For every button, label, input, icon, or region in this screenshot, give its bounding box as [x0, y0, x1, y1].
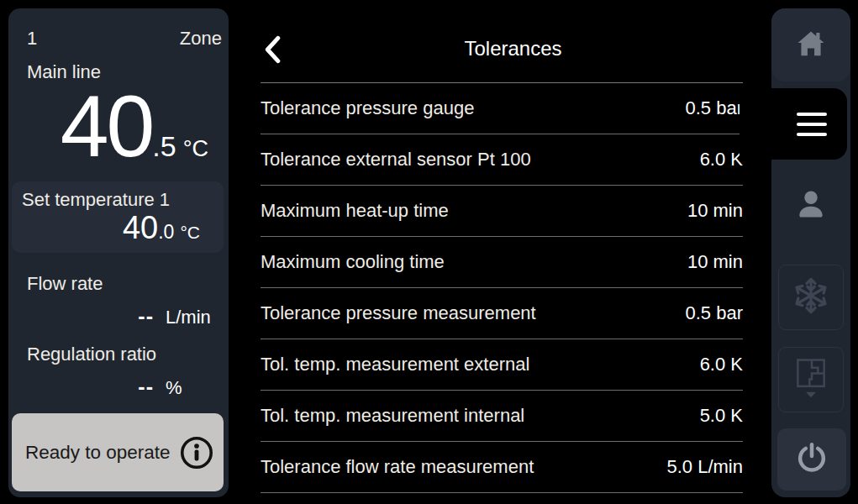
flow-rate-unit: L/min [166, 307, 211, 328]
menu-icon [797, 113, 827, 136]
user-icon [793, 186, 829, 225]
tolerance-row[interactable]: Tol. temp. measurement internal 5.0 K [261, 391, 743, 442]
row-label: Tol. temp. measurement external [261, 354, 529, 375]
set-temp-decimal: .0 [158, 223, 174, 242]
row-value: 0.5 bar [686, 97, 744, 119]
tolerances-list: Tolerance pressure gauge 0.5 bar Toleran… [261, 83, 743, 493]
sidebar-item-menu[interactable] [740, 88, 847, 160]
row-value: 6.0 K [700, 354, 743, 375]
row-label: Tolerance pressure measurement [261, 302, 536, 324]
tolerance-row[interactable]: Maximum cooling time 10 min [261, 237, 743, 288]
tolerance-row[interactable]: Tolerance pressure measurement 0.5 bar [261, 288, 743, 339]
set-temperature-card[interactable]: Set temperature 1 40 .0 °C [12, 181, 224, 253]
status-label: Ready to operate [25, 442, 171, 464]
flow-rate-label: Flow rate [27, 273, 103, 295]
main-temp-decimal: .5 [152, 132, 176, 160]
tolerance-row[interactable]: Tolerance pressure gauge 0.5 bar [261, 83, 743, 134]
regulation-ratio-unit: % [166, 377, 182, 399]
hmi-screen: 1 Zone Main line 40 .5 °C Set temperatur… [0, 0, 858, 504]
zone-title: Zone [180, 28, 222, 50]
flow-rate-value: -- [138, 304, 154, 328]
row-value: 5.0 K [700, 405, 743, 427]
zone-panel: 1 Zone Main line 40 .5 °C Set temperatur… [8, 8, 229, 497]
sidebar [771, 8, 850, 497]
info-icon [179, 435, 214, 470]
zone-number: 1 [27, 28, 37, 50]
regulation-ratio-label: Regulation ratio [27, 344, 156, 365]
home-icon [795, 29, 827, 62]
row-value: 5.0 L/min [667, 456, 744, 478]
tolerance-row[interactable]: Tol. temp. measurement external 6.0 K [261, 339, 743, 391]
sidebar-item-cooling[interactable] [778, 265, 844, 330]
row-label: Maximum cooling time [261, 251, 445, 273]
sidebar-item-user[interactable] [771, 164, 850, 248]
page-title: Tolerances [244, 37, 761, 60]
tolerance-row[interactable]: Tolerance external sensor Pt 100 6.0 K [261, 134, 743, 186]
mold-icon [794, 356, 828, 403]
row-label: Maximum heat-up time [261, 200, 449, 222]
regulation-ratio-value: -- [138, 375, 154, 399]
snowflake-icon [792, 276, 830, 318]
tolerance-row[interactable]: Tolerance flow rate measurement 5.0 L/mi… [261, 442, 743, 493]
row-value: 0.5 bar [686, 302, 744, 324]
sidebar-item-power[interactable] [777, 428, 846, 491]
sidebar-item-mold[interactable] [778, 347, 844, 412]
row-label: Tolerance pressure gauge [261, 97, 474, 119]
set-temp-unit: °C [180, 223, 200, 241]
row-value: 10 min [687, 200, 743, 222]
row-label: Tolerance external sensor Pt 100 [261, 149, 531, 171]
set-temperature-value: 40 .0 °C [123, 212, 200, 244]
row-label: Tol. temp. measurement internal [261, 405, 524, 427]
main-temp-unit: °C [183, 138, 208, 160]
tolerances-page: Tolerances Tolerance pressure gauge 0.5 … [244, 0, 761, 504]
power-icon [795, 441, 829, 478]
set-temperature-label: Set temperature 1 [22, 189, 170, 211]
row-value: 6.0 K [700, 149, 743, 171]
main-temp-integer: 40 [61, 82, 153, 170]
main-temperature-display: 40 .5 °C [61, 82, 208, 170]
status-ready-button[interactable]: Ready to operate [12, 413, 224, 491]
tolerance-row[interactable]: Maximum heat-up time 10 min [261, 186, 743, 237]
row-value: 10 min [687, 251, 743, 273]
set-temp-integer: 40 [123, 212, 158, 244]
row-label: Tolerance flow rate measurement [261, 456, 534, 478]
sidebar-item-home[interactable] [771, 8, 850, 81]
